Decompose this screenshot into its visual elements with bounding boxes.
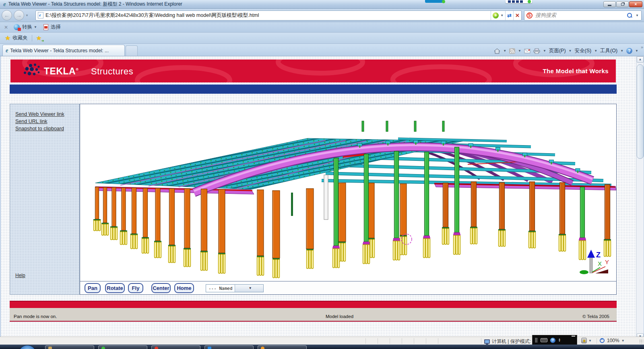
resize-grip[interactable]	[639, 339, 643, 343]
keyboard-icon[interactable]	[541, 338, 547, 342]
copyright-text: © Tekla 2005	[582, 314, 609, 319]
structure-model: ZXY	[80, 104, 616, 281]
brand-name: TEKLA®	[44, 66, 78, 77]
help-dropdown-icon[interactable]: ▼	[635, 49, 638, 53]
favorites-bar: ★ 收藏夹 ★	[0, 33, 644, 44]
refresh-button[interactable]: ⇄	[505, 11, 513, 20]
page-dropdown-icon[interactable]: ▼	[569, 49, 572, 53]
add-favorite-icon[interactable]: ★	[36, 35, 41, 42]
search-icon[interactable]	[627, 13, 632, 18]
feeds-icon[interactable]	[509, 48, 515, 54]
vertical-scrollbar[interactable]: ▲ ▼	[636, 56, 644, 340]
taskbar-app-button[interactable]	[45, 345, 94, 349]
print-icon[interactable]	[533, 48, 540, 54]
protected-mode-status: 计算机 | 保护模式: 禁	[484, 338, 537, 345]
scroll-up-icon[interactable]: ▲	[637, 56, 644, 63]
stop-button[interactable]: ✕	[513, 11, 521, 20]
accelerator-plus-icon[interactable]: +	[493, 12, 499, 18]
new-tab-button[interactable]	[126, 45, 138, 56]
accelerator-button[interactable]: + ▼	[491, 11, 505, 20]
restore-button[interactable]	[616, 1, 629, 7]
history-dropdown-icon[interactable]: ▼	[25, 14, 29, 17]
taskbar-app-button[interactable]	[98, 345, 147, 349]
tab-active[interactable]: e Tekla Web Viewer - Tekla Structures mo…	[2, 45, 125, 56]
named-views-select[interactable]: --- Named views ---- ▼	[206, 284, 264, 292]
convert-dropdown-icon[interactable]: ▼	[34, 25, 37, 29]
send-web-viewer-link[interactable]: Send Web Viewer link	[15, 111, 79, 117]
status-message: Pan mode is now on.	[14, 314, 57, 319]
ime-grip-handle[interactable]	[535, 338, 538, 343]
ime-help-icon[interactable]: ?	[550, 338, 555, 343]
convert-button[interactable]: 转换	[22, 24, 32, 31]
overflow-chevron-icon[interactable]: »	[641, 45, 643, 49]
page-menu[interactable]: 页面(P)	[549, 47, 566, 54]
favorites-star-icon[interactable]: ★	[5, 34, 10, 42]
scrollbar-thumb[interactable]	[637, 64, 644, 159]
product-name: Structures	[91, 66, 133, 77]
background-popup-sliver	[506, 0, 532, 3]
accelerator-dropdown-icon[interactable]: ▼	[500, 14, 504, 17]
model-viewer-canvas[interactable]: ZXY	[80, 104, 617, 281]
title-bar: e Tekla Web Viewer - Tekla Structures mo…	[0, 0, 644, 9]
search-input[interactable]: 搜狗搜索	[535, 12, 627, 19]
taskbar-app-button[interactable]	[151, 345, 200, 349]
computer-icon	[484, 339, 490, 344]
tools-menu[interactable]: 工具(O)	[600, 47, 617, 54]
zoom-dropdown-icon[interactable]: ▼	[621, 339, 625, 343]
mail-icon[interactable]	[524, 49, 530, 53]
address-url[interactable]: E:\报价案例\2017\7月\毛里求斯24x42\48x30方案\Weddin…	[43, 12, 491, 19]
home-button[interactable]: Home	[174, 283, 194, 293]
taskbar-app-button[interactable]	[204, 345, 254, 349]
home-dropdown-icon[interactable]: ▼	[503, 49, 506, 53]
select-button[interactable]: 选择	[51, 24, 61, 31]
browser-window: e Tekla Web Viewer - Tekla Structures mo…	[0, 0, 644, 349]
taskbar-app-button[interactable]	[258, 345, 307, 349]
rotate-button[interactable]: Rotate	[105, 283, 125, 293]
sogou-icon: S	[526, 12, 533, 18]
viewer-toolbar: Pan Rotate Fly Center Home --- Named vie…	[80, 281, 617, 295]
start-button[interactable]	[19, 345, 36, 349]
sidebar: Send Web Viewer link Send URL link Snaps…	[10, 104, 80, 295]
command-bar: ✕ 转换 ▼ 选择	[0, 22, 644, 33]
search-box[interactable]: S 搜狗搜索 ▼	[524, 10, 642, 21]
ime-language-bar[interactable]: ? ▲▼	[532, 335, 577, 345]
favorites-button[interactable]: 收藏夹	[12, 35, 28, 41]
close-button[interactable]: ×	[629, 1, 642, 7]
close-toolbar-icon[interactable]: ✕	[4, 25, 8, 30]
help-icon[interactable]: ?	[626, 48, 632, 54]
tools-dropdown-icon[interactable]: ▼	[620, 49, 623, 53]
center-button[interactable]: Center	[151, 283, 171, 293]
snapshot-link[interactable]: Snapshot to clipboard	[15, 126, 79, 131]
address-bar-row: ← → ▼ E:\报价案例\2017\7月\毛里求斯24x42\48x30方案\…	[0, 9, 644, 22]
home-icon[interactable]	[494, 48, 500, 54]
zoom-level[interactable]: 100%	[607, 338, 619, 343]
ime-options-icon[interactable]: ▲▼	[558, 338, 561, 342]
back-button[interactable]: ←	[2, 10, 12, 21]
security-zone-control[interactable]: ▼	[581, 338, 592, 343]
feeds-dropdown-icon[interactable]: ▼	[518, 49, 521, 53]
window-title: Tekla Web Viewer - Tekla Structures mode…	[8, 1, 182, 8]
translate-icon	[14, 24, 20, 30]
security-dropdown-icon[interactable]: ▼	[588, 339, 592, 343]
named-views-value: --- Named views ----	[206, 286, 235, 291]
select-dropdown-icon[interactable]: ▼	[235, 285, 264, 292]
search-dropdown-icon[interactable]: ▼	[636, 14, 639, 17]
address-field[interactable]: E:\报价案例\2017\7月\毛里求斯24x42\48x30方案\Weddin…	[35, 10, 522, 21]
help-link[interactable]: Help	[15, 273, 25, 278]
minimize-button[interactable]	[603, 1, 616, 7]
forward-button[interactable]: →	[14, 10, 24, 21]
safety-dropdown-icon[interactable]: ▼	[594, 49, 597, 53]
ime-minimize-icon[interactable]	[572, 336, 575, 337]
fly-button[interactable]: Fly	[128, 283, 143, 293]
browser-status-bar: 计算机 | 保护模式: 禁 ? ▲▼ ▼ 100% ▼	[0, 337, 644, 345]
windows-taskbar	[0, 345, 644, 349]
print-dropdown-icon[interactable]: ▼	[543, 49, 546, 53]
page-viewport: TEKLA® Structures The Model that Works S…	[1, 56, 636, 337]
safety-menu[interactable]: 安全(S)	[575, 47, 592, 54]
page-icon	[38, 12, 43, 18]
zoom-control[interactable]: 100% ▼	[600, 338, 625, 343]
browser-menu: ▼ ▼ ▼ 页面(P)▼ 安全(S)▼ 工具(O)▼ ? ▼	[494, 47, 638, 54]
pan-button[interactable]: Pan	[85, 283, 101, 293]
send-url-link[interactable]: Send URL link	[15, 119, 79, 124]
page-status-bar: Pan mode is now on. Model loaded © Tekla…	[10, 308, 617, 322]
